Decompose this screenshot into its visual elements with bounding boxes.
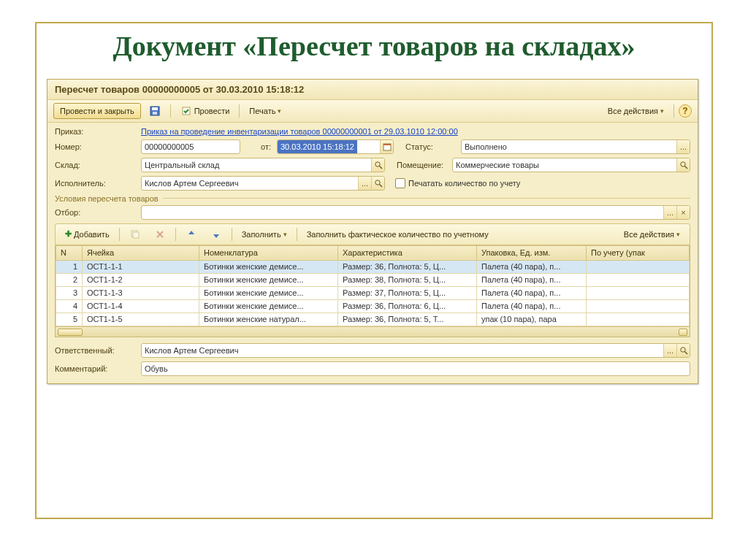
cell-char: Размер: 37, Полнота: 5, Ц... — [338, 286, 477, 299]
svg-point-6 — [375, 161, 379, 166]
cell-pack: упак (10 пара), пара — [477, 312, 587, 326]
submit-close-label: Провести и закрыть — [60, 107, 134, 115]
date-field[interactable]: 30.03.2010 15:18:12 — [277, 139, 394, 154]
performer-search-icon[interactable] — [371, 177, 384, 190]
filter-clear-icon[interactable]: × — [676, 206, 690, 219]
filter-input[interactable] — [142, 206, 663, 219]
table-all-actions-button[interactable]: Все действия — [619, 226, 685, 242]
cell-n: 1 — [56, 260, 83, 273]
warehouse-search-icon[interactable] — [371, 158, 384, 172]
performer-input[interactable] — [142, 177, 358, 190]
table-row[interactable]: 2ОСТ1-1-2Ботинки женские демисе...Размер… — [56, 273, 690, 286]
cell-char: Размер: 36, Полнота: 5, Т... — [338, 312, 477, 326]
filter-select-icon[interactable]: ... — [663, 206, 676, 219]
cell-n: 3 — [56, 286, 83, 299]
date-value: 30.03.2010 15:18:12 — [278, 140, 357, 153]
help-icon[interactable]: ? — [679, 104, 692, 118]
table-row[interactable]: 4ОСТ1-1-4Ботинки женские демисе...Размер… — [56, 299, 690, 312]
print-qty-checkbox[interactable]: Печатать количество по учету — [395, 178, 520, 188]
checkbox-icon — [395, 178, 405, 188]
delete-icon — [154, 229, 166, 240]
warehouse-input[interactable] — [142, 158, 371, 172]
svg-point-10 — [375, 180, 379, 184]
svg-line-9 — [684, 166, 687, 169]
responsible-search-icon[interactable] — [676, 344, 690, 357]
cell-n: 5 — [56, 312, 83, 326]
performer-label: Исполнитель: — [55, 179, 137, 188]
submit-button[interactable]: Провести — [175, 103, 235, 119]
cell-pack: Палета (40 пара), п... — [477, 260, 587, 273]
number-field[interactable] — [141, 139, 240, 154]
copy-row-button[interactable] — [124, 226, 146, 242]
room-search-icon[interactable] — [676, 158, 690, 172]
fill-button[interactable]: Заполнить — [237, 226, 292, 242]
conditions-header: Условия пересчета товаров — [55, 194, 690, 203]
submit-and-close-button[interactable]: Провести и закрыть — [53, 103, 141, 119]
room-input[interactable] — [453, 158, 676, 172]
status-select-icon[interactable]: ... — [676, 140, 690, 153]
print-qty-label: Печатать количество по учету — [408, 179, 520, 188]
performer-field[interactable]: ... — [141, 176, 385, 191]
responsible-input[interactable] — [142, 344, 663, 357]
copy-icon — [129, 229, 141, 240]
table-row[interactable]: 3ОСТ1-1-3Ботинки женские демисе...Размер… — [56, 286, 690, 299]
cell-nomen: Ботинки женские демисе... — [199, 299, 338, 312]
col-accounted[interactable]: По учету (упак — [587, 245, 690, 260]
table-row[interactable]: 1ОСТ1-1-1Ботинки женские демисе...Размер… — [56, 260, 690, 273]
cell-cell: ОСТ1-1-1 — [83, 260, 199, 273]
cell-acc — [587, 286, 690, 299]
save-button[interactable] — [144, 103, 166, 119]
move-down-button[interactable] — [205, 226, 227, 242]
cell-char: Размер: 38, Полнота: 5, Ц... — [338, 273, 477, 286]
print-button[interactable]: Печать — [244, 103, 286, 119]
cell-pack: Палета (40 пара), п... — [477, 286, 587, 299]
app-window: Пересчет товаров 00000000005 от 30.03.20… — [47, 79, 698, 384]
status-input[interactable] — [462, 140, 676, 153]
col-n[interactable]: N — [56, 245, 83, 260]
main-toolbar: Провести и закрыть Провести Печать Все д… — [47, 100, 698, 123]
responsible-field[interactable]: ... — [141, 343, 690, 358]
number-input[interactable] — [142, 140, 240, 153]
cell-cell: ОСТ1-1-3 — [83, 286, 199, 299]
cell-cell: ОСТ1-1-2 — [83, 273, 199, 286]
order-label: Приказ: — [55, 127, 137, 136]
warehouse-field[interactable] — [141, 158, 385, 172]
room-field[interactable] — [452, 158, 690, 172]
comment-input[interactable] — [142, 362, 690, 375]
delete-row-button[interactable] — [149, 226, 171, 242]
col-nomenclature[interactable]: Номенклатура — [199, 245, 338, 260]
window-title: Пересчет товаров 00000000005 от 30.03.20… — [47, 80, 698, 100]
date-calendar-icon[interactable] — [380, 140, 393, 153]
col-cell[interactable]: Ячейка — [83, 245, 199, 260]
floppy-icon — [149, 105, 161, 117]
table-all-actions-label: Все действия — [624, 230, 674, 239]
submit-label: Провести — [194, 107, 230, 115]
comment-field[interactable] — [141, 361, 690, 376]
responsible-select-icon[interactable]: ... — [663, 344, 676, 357]
cell-pack: Палета (40 пара), п... — [477, 273, 587, 286]
table-row[interactable]: 5ОСТ1-1-5Ботинки женские натурал...Разме… — [56, 312, 690, 326]
add-label: Добавить — [74, 230, 110, 239]
col-packaging[interactable]: Упаковка, Ед. изм. — [477, 245, 587, 260]
table-toolbar: ✚ Добавить Заполнит — [55, 223, 690, 245]
col-characteristic[interactable]: Характеристика — [338, 245, 477, 260]
filter-field[interactable]: ... × — [141, 205, 690, 220]
fill-actual-label: Заполнить фактическое количество по учет… — [307, 230, 489, 239]
cell-nomen: Ботинки женские демисе... — [199, 273, 338, 286]
horizontal-scrollbar[interactable] — [56, 326, 690, 337]
fill-actual-button[interactable]: Заполнить фактическое количество по учет… — [302, 226, 494, 242]
svg-point-8 — [680, 161, 684, 166]
cell-nomen: Ботинки женские демисе... — [199, 260, 338, 273]
fill-label: Заполнить — [242, 230, 281, 239]
add-row-button[interactable]: ✚ Добавить — [60, 226, 115, 242]
move-up-button[interactable] — [180, 226, 202, 242]
cell-acc — [587, 299, 690, 312]
cell-char: Размер: 36, Полнота: 6, Ц... — [338, 299, 477, 312]
table-header-row: N Ячейка Номенклатура Характеристика Упа… — [56, 245, 690, 260]
items-table: N Ячейка Номенклатура Характеристика Упа… — [55, 245, 690, 337]
status-field[interactable]: ... — [461, 139, 690, 154]
all-actions-button[interactable]: Все действия — [603, 103, 669, 119]
performer-select-icon[interactable]: ... — [358, 177, 371, 190]
order-link[interactable]: Приказ на проведение инвентаризации това… — [141, 127, 458, 136]
svg-line-15 — [684, 351, 687, 354]
